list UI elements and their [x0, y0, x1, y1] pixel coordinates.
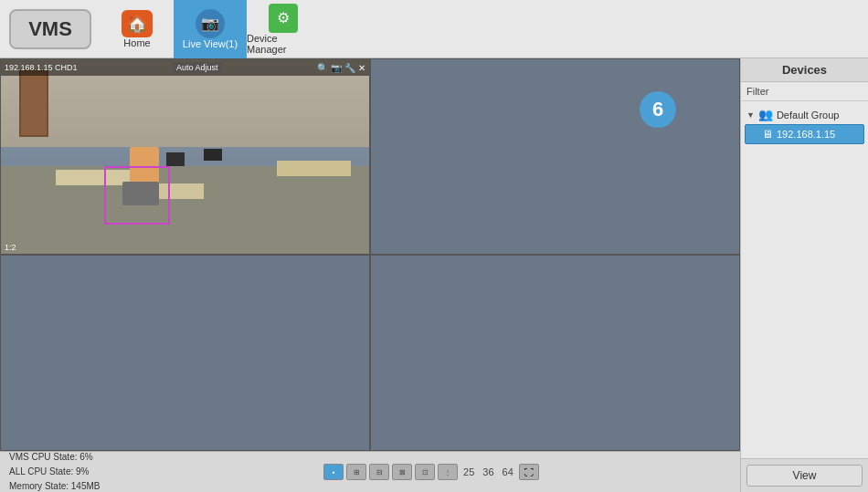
topbar: VMS 🏠 Home 📷 Live View(1) ⚙ Device Manag… [0, 0, 868, 58]
video-grid: 192.168.1.15 CHD1 Auto Adjust 🔍 📷 🔧 ✕ 1:… [0, 58, 740, 451]
liveview-icon: 📷 [196, 9, 225, 38]
tree-group-header[interactable]: ▼ 👥 Default Group [745, 105, 864, 124]
tree-item-device[interactable]: 🖥 192.168.1.15 [745, 124, 864, 144]
group-name-label: Default Group [777, 110, 839, 120]
video-icon-4: ✕ [358, 63, 365, 73]
video-icon-3: 🔧 [344, 63, 355, 73]
tree-arrow-icon: ▼ [746, 110, 755, 120]
filter-row: Filter [741, 82, 868, 101]
main-area: 192.168.1.15 CHD1 Auto Adjust 🔍 📷 🔧 ✕ 1:… [0, 58, 740, 492]
video-cell-1[interactable]: 192.168.1.15 CHD1 Auto Adjust 🔍 📷 🔧 ✕ 1:… [0, 58, 370, 255]
device-ip-label: 192.168.1.15 [777, 129, 835, 140]
vms-logo: VMS [9, 9, 91, 49]
video-cell-2[interactable] [370, 58, 740, 255]
layout-custom-button[interactable]: ⋮ [438, 464, 458, 480]
layout-controls: ▪ ⊞ ⊟ ⊠ ⊡ ⋮ 25 36 64 ⛶ [323, 464, 539, 480]
view-btn-area: View [741, 458, 868, 492]
layout-2x2-button[interactable]: ⊞ [346, 464, 366, 480]
layout-5x5-button[interactable]: ⊡ [415, 464, 435, 480]
nav-home[interactable]: 🏠 Home [101, 0, 174, 58]
auto-adjust-button[interactable]: Auto Adjust [173, 62, 222, 73]
scene-monitor2 [204, 149, 222, 161]
camera-scene [1, 59, 369, 254]
badge-6: 6 [640, 91, 676, 128]
layout-3x3-button[interactable]: ⊟ [369, 464, 389, 480]
home-icon: 🏠 [122, 10, 153, 37]
fullscreen-button[interactable]: ⛶ [519, 464, 539, 480]
vms-cpu-status: VMS CPU State: 6% [9, 450, 101, 465]
panel-header: Devices [741, 58, 868, 82]
all-cpu-status: ALL CPU State: 9% [9, 465, 101, 479]
right-panel: Devices Filter ▼ 👥 Default Group 🖥 192.1… [740, 58, 868, 492]
status-left: VMS CPU State: 6% ALL CPU State: 9% Memo… [9, 450, 101, 492]
layout-64-button[interactable]: 64 [500, 466, 516, 478]
memory-status: Memory State: 145MB [9, 479, 101, 492]
devmgr-icon: ⚙ [269, 4, 298, 33]
video-cell-3[interactable] [0, 255, 370, 451]
scene-monitor1 [166, 152, 185, 166]
feed-timestamp: 1:2 [5, 243, 16, 252]
view-button[interactable]: View [746, 465, 863, 487]
scene-door [19, 69, 48, 138]
scene-desk3 [277, 161, 351, 176]
layout-1x1-button[interactable]: ▪ [323, 464, 344, 480]
nav-liveview[interactable]: 📷 Live View(1) [174, 0, 247, 58]
video-icon-2: 📷 [331, 63, 342, 73]
group-icon: 👥 [758, 108, 773, 121]
device-icon: 🖥 [762, 128, 773, 141]
tree-group-default: ▼ 👥 Default Group 🖥 192.168.1.15 [745, 105, 864, 144]
statusbar: VMS CPU State: 6% ALL CPU State: 9% Memo… [0, 451, 868, 492]
video-icon-1: 🔍 [317, 63, 328, 73]
detection-box [104, 166, 171, 225]
video-topbar: 192.168.1.15 CHD1 Auto Adjust 🔍 📷 🔧 ✕ [1, 59, 369, 76]
feed-title: 192.168.1.15 CHD1 [5, 63, 78, 72]
nav-devicemanager[interactable]: ⚙ Device Manager [247, 0, 320, 58]
layout-36-button[interactable]: 36 [480, 466, 496, 478]
layout-4x4-button[interactable]: ⊠ [392, 464, 412, 480]
layout-25-button[interactable]: 25 [460, 466, 477, 478]
device-tree: ▼ 👥 Default Group 🖥 192.168.1.15 [741, 101, 868, 458]
video-cell-4[interactable] [370, 255, 740, 451]
video-icons: 🔍 📷 🔧 ✕ [317, 63, 365, 73]
